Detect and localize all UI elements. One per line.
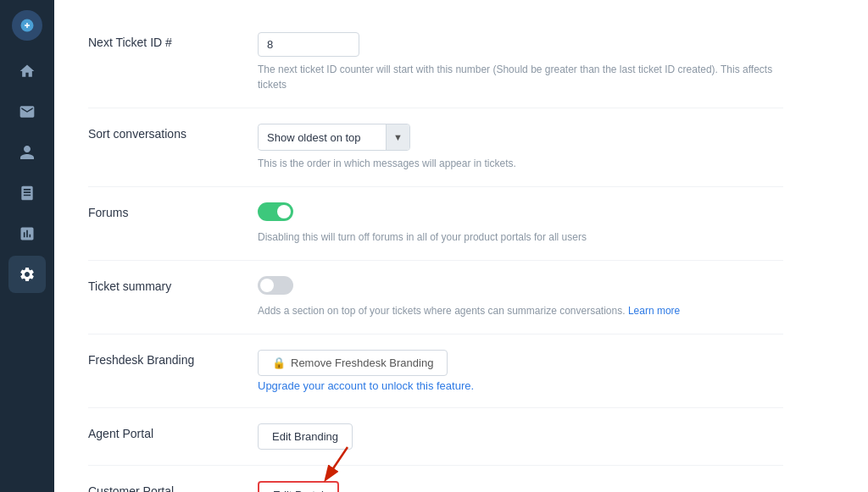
- settings-container: Next Ticket ID # The next ticket ID coun…: [54, 0, 817, 492]
- setting-row-sort-conversations: Sort conversations Show oldest on top Sh…: [88, 108, 783, 187]
- forums-toggle[interactable]: [258, 202, 293, 221]
- sort-conversations-label: Sort conversations: [88, 124, 258, 141]
- sidebar-item-knowledge[interactable]: [8, 174, 46, 212]
- next-ticket-id-description: The next ticket ID counter will start wi…: [258, 62, 783, 92]
- ticket-summary-toggle[interactable]: [258, 276, 293, 295]
- freshdesk-branding-label: Freshdesk Branding: [88, 350, 258, 367]
- upgrade-link[interactable]: Upgrade your account to unlock this feat…: [258, 379, 783, 392]
- setting-row-next-ticket-id: Next Ticket ID # The next ticket ID coun…: [88, 17, 783, 108]
- sort-conversations-arrow[interactable]: ▼: [386, 124, 409, 150]
- sidebar-item-contacts[interactable]: [8, 134, 46, 171]
- forums-control: Disabling this will turn off forums in a…: [258, 202, 783, 245]
- ticket-summary-description: Adds a section on top of your tickets wh…: [258, 303, 783, 318]
- next-ticket-id-label: Next Ticket ID #: [88, 32, 258, 49]
- arrow-annotation: [305, 443, 356, 485]
- sidebar-item-settings[interactable]: [8, 256, 46, 293]
- freshdesk-branding-control: 🔒 Remove Freshdesk Branding Upgrade your…: [258, 350, 783, 392]
- sort-conversations-select-wrapper: Show oldest on top Show newest on top ▼: [258, 124, 410, 151]
- main-content: Next Ticket ID # The next ticket ID coun…: [54, 0, 868, 492]
- sidebar-item-reports[interactable]: [8, 215, 46, 252]
- forums-toggle-slider: [258, 202, 293, 221]
- forums-label: Forums: [88, 202, 258, 219]
- agent-portal-label: Agent Portal: [88, 423, 258, 440]
- sort-conversations-control: Show oldest on top Show newest on top ▼ …: [258, 124, 783, 171]
- logo: [12, 10, 42, 41]
- lock-icon: 🔒: [272, 357, 286, 369]
- setting-row-customer-portal: Customer Portal Edit Portal: [88, 466, 783, 492]
- ticket-summary-learn-more[interactable]: Learn more: [628, 305, 680, 317]
- customer-portal-label: Customer Portal: [88, 481, 258, 492]
- sidebar: [0, 0, 54, 492]
- next-ticket-id-control: The next ticket ID counter will start wi…: [258, 32, 783, 92]
- setting-row-agent-portal: Agent Portal Edit Branding: [88, 408, 783, 466]
- ticket-summary-control: Adds a section on top of your tickets wh…: [258, 276, 783, 318]
- setting-row-ticket-summary: Ticket summary Adds a section on top of …: [88, 261, 783, 334]
- setting-row-forums: Forums Disabling this will turn off foru…: [88, 187, 783, 261]
- ticket-summary-label: Ticket summary: [88, 276, 258, 293]
- customer-portal-control: Edit Portal: [258, 481, 783, 492]
- forums-description: Disabling this will turn off forums in a…: [258, 229, 783, 245]
- next-ticket-id-input[interactable]: [258, 32, 359, 57]
- sidebar-item-home[interactable]: [8, 53, 46, 90]
- sort-conversations-select[interactable]: Show oldest on top Show newest on top: [259, 126, 386, 149]
- ticket-summary-toggle-slider: [258, 276, 293, 295]
- remove-branding-button[interactable]: 🔒 Remove Freshdesk Branding: [258, 350, 448, 376]
- sidebar-item-inbox[interactable]: [8, 93, 46, 130]
- sort-conversations-description: This is the order in which messages will…: [258, 156, 783, 171]
- setting-row-freshdesk-branding: Freshdesk Branding 🔒 Remove Freshdesk Br…: [88, 334, 783, 408]
